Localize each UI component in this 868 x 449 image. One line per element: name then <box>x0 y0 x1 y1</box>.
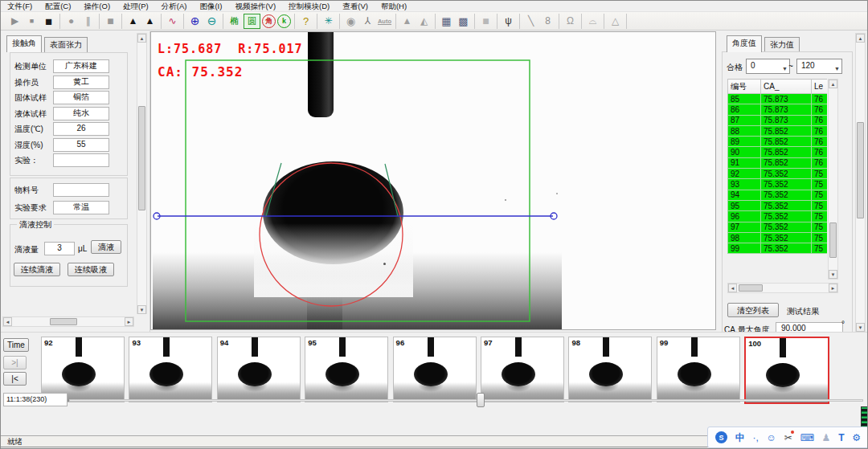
sample-field-input-3[interactable]: 纯水 <box>53 107 109 120</box>
minus-circle-icon[interactable]: ⊖ <box>204 14 219 28</box>
settings-icon[interactable]: ⚙ <box>852 432 861 443</box>
left-panel-hscrollbar[interactable]: ◄ ► <box>2 316 134 327</box>
scroll-left-arrow-icon[interactable]: ◄ <box>728 284 737 292</box>
tab-tension-values[interactable]: 张力值 <box>764 37 800 52</box>
menu-item-1[interactable]: 配置(C) <box>39 1 77 11</box>
tab-contact-angle[interactable]: 接触角 <box>6 35 42 52</box>
scrollbar-thumb[interactable] <box>857 122 864 218</box>
menu-item-9[interactable]: 帮助(H) <box>375 1 413 11</box>
hand-icon[interactable]: ψ <box>501 14 516 28</box>
table-row[interactable]: 9475.35275 <box>728 190 828 200</box>
account-icon[interactable]: ♟ <box>822 432 831 443</box>
angle-fit-icon[interactable]: 角 <box>262 14 276 28</box>
sample-field-input-0[interactable]: 广东科建 <box>53 59 109 73</box>
next-frame-button[interactable]: >| <box>3 356 27 369</box>
table-row[interactable]: 9375.35275 <box>728 179 828 190</box>
square-gray-icon[interactable]: ■ <box>478 14 493 28</box>
keyboard-icon[interactable]: ⌨ <box>800 432 813 443</box>
table-row[interactable]: 9575.35275 <box>728 200 828 210</box>
video-viewport[interactable]: L:75.687 R:75.017 CA: 75.352 <box>150 31 716 330</box>
grid-edit-icon-2[interactable]: ▩ <box>456 14 471 28</box>
table-row[interactable]: 9275.35275 <box>728 169 828 179</box>
grid-edit-icon-1[interactable]: ▦ <box>439 14 454 28</box>
frame-thumbnail-94[interactable]: 94 <box>217 337 301 402</box>
sample-field-input-1[interactable]: 黄工 <box>53 76 109 89</box>
flower-icon[interactable]: ✳ <box>321 14 336 28</box>
record-icon[interactable]: ● <box>63 14 79 28</box>
ca-max-input[interactable]: 90.000 <box>776 322 843 332</box>
tilt-drop-icon[interactable]: △ <box>608 14 623 28</box>
menu-item-7[interactable]: 控制模块(D) <box>282 1 336 11</box>
frame-thumbnail-99[interactable]: 99 <box>657 337 740 402</box>
mound-antenna-icon[interactable]: ◭ <box>416 14 432 28</box>
menu-item-5[interactable]: 图像(I) <box>193 1 228 11</box>
menu-item-2[interactable]: 操作(O) <box>77 1 117 11</box>
first-frame-button[interactable]: |< <box>3 372 27 386</box>
range-max-dropdown[interactable]: 120▼ <box>796 59 842 74</box>
pendant-drop-icon[interactable]: Ω <box>563 14 578 28</box>
donut-icon[interactable]: ◉ <box>343 14 358 28</box>
material-field-input-0[interactable] <box>53 183 109 197</box>
col-header-le[interactable]: Le <box>812 80 828 94</box>
frame-thumbnail-96[interactable]: 96 <box>393 337 477 402</box>
frame-thumbnail-98[interactable]: 98 <box>568 337 652 402</box>
menu-item-6[interactable]: 视频操作(V) <box>228 1 282 11</box>
scroll-right-arrow-icon[interactable]: ► <box>125 317 133 326</box>
help-icon[interactable]: ? <box>298 14 313 28</box>
material-field-input-1[interactable]: 常温 <box>53 201 109 214</box>
scrollbar-thumb[interactable] <box>829 222 837 258</box>
table-row[interactable]: 9975.35275 <box>728 243 828 254</box>
table-row[interactable]: 8775.87376 <box>728 115 828 125</box>
k-fit-icon[interactable]: k <box>277 14 291 28</box>
table-row[interactable]: 9775.35275 <box>728 222 828 232</box>
drop-shape-icon-1[interactable]: ▲ <box>125 14 141 28</box>
table-vscrollbar[interactable]: ▲ ▼ <box>828 79 838 280</box>
drop-button[interactable]: 滴液 <box>91 240 121 254</box>
continuous-suck-button[interactable]: 连续吸液 <box>68 263 114 276</box>
sample-field-input-4[interactable]: 26 <box>53 122 109 136</box>
timeline-slider-thumb[interactable] <box>477 393 485 407</box>
stop-small-icon[interactable]: ■ <box>24 14 39 28</box>
frame-thumbnail-100[interactable]: 100 <box>744 337 829 404</box>
scroll-down-arrow-icon[interactable]: ▼ <box>856 323 865 332</box>
scroll-right-arrow-icon[interactable]: ► <box>829 284 837 292</box>
table-row[interactable]: 9175.85276 <box>728 157 828 168</box>
clear-list-button[interactable]: 清空列表 <box>727 303 779 317</box>
ellipse-fit-icon[interactable]: 椭 <box>227 14 242 28</box>
menu-item-0[interactable]: 文件(F) <box>1 1 39 11</box>
scroll-up-arrow-icon[interactable]: ▲ <box>856 34 865 43</box>
drip-qty-input[interactable]: 3 <box>44 242 75 255</box>
scroll-down-arrow-icon[interactable]: ▼ <box>137 305 146 314</box>
table-hscrollbar[interactable]: ◄ ► <box>727 283 838 293</box>
col-header-ca[interactable]: CA_ <box>761 80 812 94</box>
range-min-dropdown[interactable]: 0▼ <box>746 59 790 74</box>
sample-field-input-5[interactable]: 55 <box>53 138 109 152</box>
lasso-icon[interactable]: 8 <box>540 14 555 28</box>
pause-icon[interactable]: ∥ <box>80 14 96 28</box>
frame-thumbnail-97[interactable]: 97 <box>481 337 564 402</box>
emoji-icon[interactable]: ☺ <box>767 432 776 443</box>
menu-item-8[interactable]: 查看(V) <box>336 1 375 11</box>
time-position-box[interactable]: 11:1:38(230) <box>3 393 68 406</box>
table-row[interactable]: 8875.85276 <box>728 125 828 136</box>
frame-thumbnail-95[interactable]: 95 <box>305 337 388 402</box>
line-tool-icon[interactable]: ╲ <box>523 14 538 28</box>
camera-icon[interactable]: ◼ <box>41 14 56 28</box>
scroll-up-arrow-icon[interactable]: ▲ <box>829 80 837 88</box>
scroll-left-arrow-icon[interactable]: ◄ <box>3 317 12 326</box>
sogou-logo-icon[interactable]: S <box>715 431 727 443</box>
auto-icon[interactable]: Auto <box>377 14 392 28</box>
skin-icon[interactable]: T <box>838 432 844 443</box>
circle-fit-icon[interactable]: 圆 <box>244 14 260 29</box>
sample-field-input-6[interactable] <box>53 153 109 167</box>
tab-angle-values[interactable]: 角度值 <box>727 35 762 52</box>
frame-thumbnail-93[interactable]: 93 <box>129 337 212 402</box>
scroll-down-arrow-icon[interactable]: ▼ <box>829 270 837 279</box>
scrollbar-thumb[interactable] <box>739 284 763 292</box>
play-icon[interactable]: ▶ <box>7 14 23 28</box>
punctuation-icon[interactable]: ·, <box>752 432 758 443</box>
pump-icon[interactable]: ⅄ <box>360 14 375 28</box>
chinese-mode-icon[interactable]: 中 <box>735 432 745 443</box>
scrollbar-thumb[interactable] <box>138 106 145 210</box>
stop-large-icon[interactable]: ■ <box>103 14 118 28</box>
